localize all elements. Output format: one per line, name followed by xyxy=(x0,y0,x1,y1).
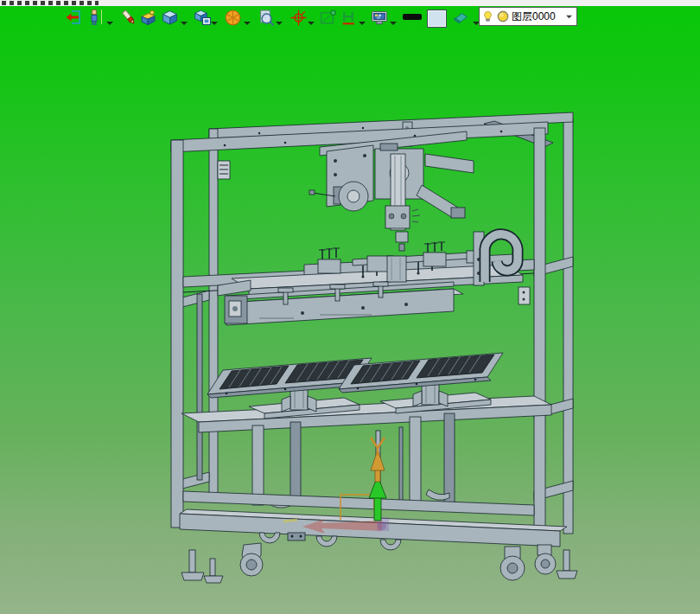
cube-view-icon[interactable] xyxy=(193,8,212,27)
combo-dropdown-arrow[interactable] xyxy=(563,9,575,24)
application-window: 图层0000 xyxy=(0,0,700,614)
chevron-down-icon[interactable] xyxy=(180,15,188,22)
head-mechanism[interactable] xyxy=(309,131,474,251)
cad-viewport[interactable] xyxy=(0,6,700,614)
main-toolbar: 图层0000 xyxy=(0,6,700,29)
layer-combobox[interactable]: 图层0000 xyxy=(479,7,577,26)
cad-model[interactable] xyxy=(0,6,700,614)
chevron-down-icon[interactable] xyxy=(275,15,283,22)
chevron-down-icon[interactable] xyxy=(243,15,251,22)
orange-sphere-icon[interactable] xyxy=(223,8,242,27)
chevron-down-icon[interactable] xyxy=(358,15,366,22)
gantry-assembly[interactable] xyxy=(218,232,523,296)
zoom-document-icon[interactable] xyxy=(256,8,275,27)
mid-shelf[interactable] xyxy=(181,396,551,432)
select-rect-icon[interactable] xyxy=(318,8,337,27)
cube-icon[interactable] xyxy=(160,8,179,27)
color-swatch[interactable] xyxy=(427,10,447,28)
bulb-icon xyxy=(481,9,494,24)
clipped-menu-strip xyxy=(0,0,700,6)
chevron-down-icon[interactable] xyxy=(210,15,219,22)
pencil-icon[interactable] xyxy=(119,8,138,27)
line-width-swatch[interactable] xyxy=(403,14,422,20)
clipped-menu-text xyxy=(2,1,99,5)
crosshair-icon[interactable] xyxy=(289,8,308,27)
layer-circle-icon xyxy=(496,9,510,24)
monitor-icon[interactable] xyxy=(370,8,389,27)
chevron-down-icon xyxy=(565,14,573,20)
toolbar-separator xyxy=(101,10,102,24)
exit-door-icon[interactable] xyxy=(64,8,83,27)
chevron-down-icon[interactable] xyxy=(307,15,315,22)
layer-combo-value: 图层0000 xyxy=(512,10,562,24)
eraser-icon[interactable] xyxy=(451,8,470,27)
dimension-icon[interactable] xyxy=(339,8,358,27)
chevron-down-icon[interactable] xyxy=(389,15,398,22)
material-box-icon[interactable] xyxy=(138,8,157,27)
chevron-down-icon[interactable] xyxy=(105,15,114,22)
